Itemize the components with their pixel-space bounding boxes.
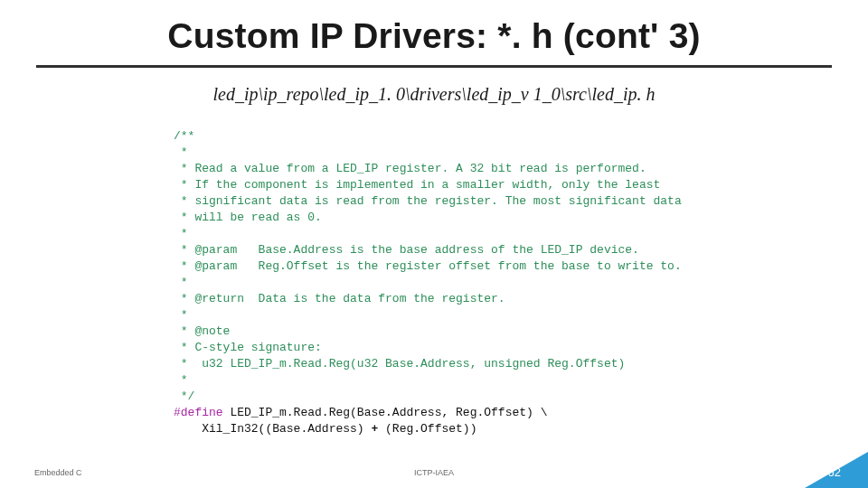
- comment-line: /**: [174, 129, 194, 143]
- comment-line: *: [174, 227, 188, 240]
- comment-line: *: [174, 373, 188, 387]
- comment-line: * C-style signature:: [174, 341, 322, 354]
- title-underline: [36, 65, 832, 68]
- comment-line: * @param Base.Address is the base addres…: [174, 243, 639, 257]
- comment-line: * @param Reg.Offset is the register offs…: [174, 259, 682, 273]
- define-macro: LED_IP_m.Read.Reg(Base.Address, Reg.Offs…: [223, 406, 548, 419]
- presentation-slide: Custom IP Drivers: *. h (cont' 3) led_ip…: [0, 0, 868, 488]
- comment-line: */: [174, 389, 194, 403]
- code-block: /** * * Read a value from a LED_IP regis…: [174, 128, 868, 437]
- footer-left: Embedded C: [34, 468, 82, 477]
- define-keyword: #define: [174, 406, 223, 419]
- slide-footer: Embedded C ICTP-IAEA 62: [0, 468, 868, 477]
- comment-line: * @note: [174, 324, 230, 338]
- comment-line: * @return Data is the data from the regi…: [174, 292, 505, 305]
- slide-title: Custom IP Drivers: *. h (cont' 3): [0, 0, 868, 56]
- comment-line: * If the component is implemented in a s…: [174, 178, 660, 192]
- macro-body: (Reg.Offset)): [378, 422, 476, 436]
- footer-center: ICTP-IAEA: [0, 468, 868, 477]
- comment-line: *: [174, 276, 188, 289]
- comment-line: * u32 LED_IP_m.Read.Reg(u32 Base.Address…: [174, 357, 625, 371]
- macro-body: Xil_In32((Base.Address): [174, 422, 371, 436]
- comment-line: *: [174, 308, 188, 322]
- comment-line: * Read a value from a LED_IP register. A…: [174, 162, 646, 175]
- file-path: led_ip\ip_repo\led_ip_1. 0\drivers\led_i…: [0, 84, 868, 105]
- page-number: 62: [828, 465, 841, 479]
- comment-line: * significant data is read from the regi…: [174, 194, 682, 208]
- comment-line: *: [174, 145, 188, 159]
- comment-line: * will be read as 0.: [174, 211, 322, 224]
